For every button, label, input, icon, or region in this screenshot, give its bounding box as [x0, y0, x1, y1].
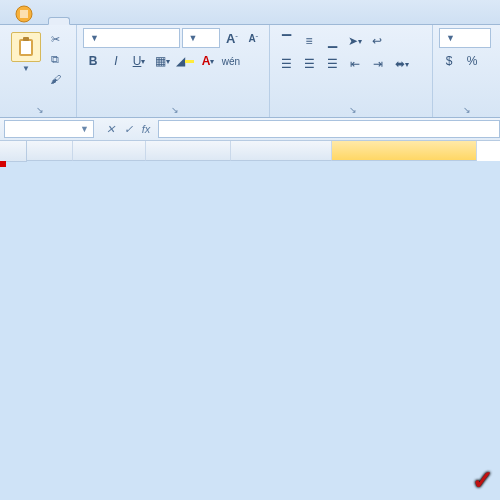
select-all-corner[interactable]: [0, 141, 27, 162]
svg-rect-4: [23, 37, 29, 41]
phonetic-button[interactable]: wén: [221, 51, 241, 71]
group-title-number: [439, 102, 491, 117]
cut-button[interactable]: ✂: [46, 30, 64, 48]
font-color-button[interactable]: A▾: [198, 51, 218, 71]
col-header-B[interactable]: [73, 141, 146, 161]
fill-color-button[interactable]: ◢: [175, 51, 195, 71]
watermark: ✓: [468, 465, 494, 496]
col-header-D[interactable]: [231, 141, 332, 161]
align-center-button[interactable]: ☰: [299, 54, 319, 74]
tab-formulas[interactable]: [114, 17, 136, 24]
merge-icon: ⬌: [395, 57, 405, 71]
percent-format-button[interactable]: %: [462, 51, 482, 71]
chevron-down-icon: ▼: [80, 124, 89, 134]
align-bottom-button[interactable]: ▁: [322, 31, 342, 51]
shrink-font-button[interactable]: Aˇ: [244, 28, 263, 48]
svg-rect-1: [20, 10, 28, 18]
align-middle-button[interactable]: ≡: [299, 31, 319, 51]
align-right-button[interactable]: ☰: [322, 54, 342, 74]
group-alignment: ▔ ≡ ▁ ➤▾ ↩ ☰ ☰ ☰ ⇤ ⇥ ⬌▾: [270, 25, 433, 117]
formula-bar[interactable]: [158, 120, 500, 138]
tab-data[interactable]: [136, 17, 158, 24]
align-left-button[interactable]: ☰: [276, 54, 296, 74]
group-title-alignment: [276, 102, 426, 117]
accounting-format-button[interactable]: $: [439, 51, 459, 71]
font-name-combo[interactable]: ▼: [83, 28, 180, 48]
tab-view[interactable]: [180, 17, 202, 24]
tab-review[interactable]: [158, 17, 180, 24]
worksheet[interactable]: [0, 141, 500, 161]
decrease-indent-button[interactable]: ⇤: [345, 54, 365, 74]
orientation-button[interactable]: ➤▾: [345, 31, 365, 51]
border-icon: ▦: [155, 54, 166, 68]
col-header-E[interactable]: [332, 141, 477, 161]
tab-page-layout[interactable]: [92, 17, 114, 24]
align-top-button[interactable]: ▔: [276, 31, 296, 51]
insert-function-button[interactable]: fx: [138, 121, 154, 137]
border-button[interactable]: ▦▾: [152, 51, 172, 71]
ribbon-tab-strip: [0, 0, 500, 25]
bucket-icon: ◢: [176, 54, 185, 68]
enter-formula-button[interactable]: ✓: [120, 121, 136, 137]
tab-home[interactable]: [48, 17, 70, 25]
group-title-clipboard: [6, 102, 70, 117]
column-headers: [26, 141, 500, 161]
tab-insert[interactable]: [70, 17, 92, 24]
svg-rect-3: [21, 41, 31, 54]
number-format-combo[interactable]: ▼: [439, 28, 491, 48]
group-font: ▼ ▼ Aˆ Aˇ B I U▾ ▦▾ ◢ A▾ wén: [77, 25, 270, 117]
merge-center-button[interactable]: ⬌▾: [391, 54, 413, 74]
office-button[interactable]: [4, 4, 44, 24]
chevron-down-icon: ▼: [90, 33, 99, 43]
underline-button[interactable]: U▾: [129, 51, 149, 71]
font-size-combo[interactable]: ▼: [182, 28, 221, 48]
italic-button[interactable]: I: [106, 51, 126, 71]
copy-button[interactable]: ⧉: [46, 50, 64, 68]
col-header-A[interactable]: [26, 141, 73, 161]
chevron-down-icon: ▼: [189, 33, 198, 43]
clipboard-icon: [11, 32, 41, 62]
check-icon: ✓: [472, 465, 494, 496]
increase-indent-button[interactable]: ⇥: [368, 54, 388, 74]
group-title-font: [83, 102, 263, 117]
group-clipboard: ▼ ✂ ⧉ 🖌: [0, 25, 77, 117]
ribbon: ▼ ✂ ⧉ 🖌 ▼ ▼ Aˆ Aˇ B I U▾ ▦▾ ◢: [0, 25, 500, 118]
scissors-icon: ✂: [51, 33, 60, 46]
wrap-text-button[interactable]: ↩: [368, 31, 386, 51]
wrap-icon: ↩: [372, 34, 382, 48]
copy-icon: ⧉: [51, 53, 59, 66]
bold-button[interactable]: B: [83, 51, 103, 71]
cancel-formula-button[interactable]: ✕: [102, 121, 118, 137]
brush-icon: 🖌: [50, 73, 61, 85]
group-number: ▼ $ %: [433, 25, 497, 117]
format-painter-button[interactable]: 🖌: [46, 70, 64, 88]
grow-font-button[interactable]: Aˆ: [222, 28, 241, 48]
paste-button[interactable]: ▼: [6, 28, 46, 88]
name-box[interactable]: ▼: [4, 120, 94, 138]
col-header-C[interactable]: [146, 141, 231, 161]
formula-bar-row: ▼ ✕ ✓ fx: [0, 118, 500, 141]
